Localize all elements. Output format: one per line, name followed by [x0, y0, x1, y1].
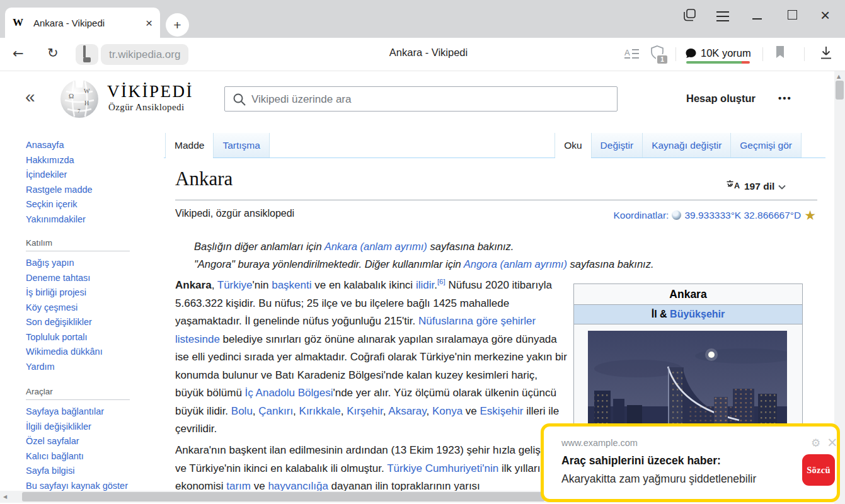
sidebar-link[interactable]: Deneme tahtası	[26, 271, 103, 286]
bold-text: Ankara	[175, 279, 212, 291]
language-selector[interactable]: A 197 dil	[726, 180, 786, 193]
sidebar-link[interactable]: Rastgele madde	[26, 183, 93, 198]
sidebar-link[interactable]: Seçkin içerik	[26, 197, 93, 212]
protect-shield-icon[interactable]: 1	[649, 45, 668, 64]
article-link[interactable]: Aksaray	[388, 405, 426, 417]
text-run: Başlığın diğer anlamları için	[194, 241, 325, 252]
article-link[interactable]: Eskişehir	[480, 405, 524, 417]
sidebar-collapse-icon[interactable]: «	[25, 87, 35, 107]
create-account-link[interactable]: Hesap oluştur	[686, 93, 756, 105]
chevron-down-icon	[778, 181, 786, 192]
article-link[interactable]: başkenti	[272, 279, 311, 291]
tab-title: Ankara - Vikipedi	[33, 18, 146, 28]
browser-toolbar: ← ↻ tr.wikipedia.org Ankara - Vikipedi A	[0, 38, 845, 71]
downloads-icon[interactable]	[819, 45, 833, 63]
language-count: 197 dil	[744, 181, 774, 192]
infobox-amp: &	[660, 309, 667, 319]
reader-mode-icon[interactable]: A	[624, 47, 640, 62]
scroll-up-icon[interactable]: ▲	[837, 74, 841, 79]
globe-icon[interactable]	[672, 210, 681, 220]
sidebar-section-katilim: Katılım	[26, 238, 130, 251]
scroll-left-icon[interactable]: ◀	[3, 494, 7, 500]
infobox-type-row: İl & Büyükşehir	[574, 304, 802, 324]
bookmark-icon[interactable]	[775, 46, 785, 61]
ad-close-icon[interactable]: ×	[827, 435, 838, 450]
address-bar[interactable]: tr.wikipedia.org	[101, 44, 188, 65]
ad-settings-gear-icon[interactable]: ⚙	[811, 437, 820, 449]
browser-tab[interactable]: W Ankara - Vikipedi ×	[5, 8, 160, 38]
article-link[interactable]: ilidir	[416, 279, 434, 291]
wiki-search-box[interactable]	[224, 86, 618, 112]
sidebar-link[interactable]: Sayfaya bağlantılar	[26, 404, 128, 420]
sidebar-link[interactable]: Anasayfa	[26, 138, 93, 153]
sidebar-link[interactable]: Özel sayfalar	[26, 434, 128, 449]
article-link[interactable]: Konya	[432, 405, 463, 417]
article-link[interactable]: Kırıkkale	[299, 405, 341, 417]
sidebar-link[interactable]: Hakkımızda	[26, 153, 93, 168]
wikipedia-favicon: W	[13, 16, 23, 29]
sidebar-link[interactable]: Yakınımdakiler	[26, 212, 93, 227]
article-link[interactable]: Kırşehir	[347, 405, 383, 417]
sidebar-link[interactable]: Topluluk portalı	[26, 330, 103, 345]
article-link[interactable]: İç Anadolu Bölgesi	[245, 387, 333, 399]
more-options-icon[interactable]: •••	[778, 93, 792, 103]
tab-groups-icon[interactable]	[681, 7, 698, 26]
site-security-button[interactable]	[76, 44, 98, 65]
sidebar-link[interactable]: İçindekiler	[26, 168, 93, 183]
window-close-button[interactable]: ×	[820, 6, 830, 25]
ad-text[interactable]: Akaryakitta zam yağmuru şiddetlenebilir	[561, 472, 756, 486]
sidebar-link[interactable]: Bağış yapın	[26, 256, 103, 271]
namespace-tabs: Madde Tartışma	[165, 133, 270, 158]
new-tab-button[interactable]: +	[166, 13, 189, 37]
sidebar-link[interactable]: Wikimedia dükkânı	[26, 345, 103, 360]
article-link[interactable]: Türkiye	[217, 279, 253, 291]
article-link[interactable]: Bolu	[231, 405, 253, 417]
coordinates-label-link[interactable]: Koordinatlar:	[614, 210, 669, 221]
search-icon	[233, 93, 246, 109]
article-link[interactable]: Ankara (anlam ayrımı)	[325, 241, 427, 252]
sidebar-link[interactable]: İş birliği projesi	[26, 285, 103, 301]
sidebar-link[interactable]: Sayfa bilgisi	[26, 464, 128, 479]
wiki-wordmark[interactable]: VİKİPEDİ	[107, 82, 193, 101]
sozcu-logo[interactable]: Sözcü	[802, 454, 835, 486]
site-tagline: Vikipedi, özgür ansiklopedi	[175, 208, 294, 219]
sidebar-section-araclar: Araçlar	[26, 387, 130, 400]
tab-kaynagi-degistir[interactable]: Kaynağı değiştir	[643, 133, 731, 158]
text-run: ,	[426, 405, 432, 417]
sidebar-link[interactable]: Son değişiklikler	[26, 315, 103, 330]
window-minimize-button[interactable]	[752, 18, 762, 20]
article-link[interactable]: Çankırı	[258, 405, 293, 417]
sidebar-nav-group: AnasayfaHakkımızdaİçindekilerRastgele ma…	[26, 138, 93, 227]
tab-madde[interactable]: Madde	[165, 133, 214, 158]
tab-close-icon[interactable]: ×	[146, 17, 152, 29]
window-maximize-button[interactable]	[788, 10, 797, 20]
browser-menu-icon[interactable]	[716, 8, 729, 25]
text-run: ve en kalabalık ikinci	[312, 279, 416, 291]
ad-headline[interactable]: Araç sahiplerini üzecek haber:	[561, 454, 721, 467]
vertical-scrollbar-thumb[interactable]	[836, 81, 844, 100]
wikipedia-logo[interactable]: Ω W H 7	[59, 77, 100, 122]
sidebar-link[interactable]: Köy çeşmesi	[26, 301, 103, 316]
comments-icon[interactable]	[685, 48, 697, 61]
horizontal-scrollbar-thumb[interactable]	[22, 492, 545, 501]
article-link[interactable]: Türkiye Cumhuriyeti'nin	[387, 462, 498, 474]
reload-icon[interactable]: ↻	[47, 45, 59, 60]
tab-degistir[interactable]: Değiştir	[592, 133, 643, 158]
sidebar-link[interactable]: Kalıcı bağlantı	[26, 449, 128, 464]
infobox-type-link[interactable]: Büyükşehir	[670, 309, 725, 319]
featured-star-icon[interactable]: ★	[804, 209, 816, 222]
comments-count[interactable]: 10K yorum	[701, 47, 751, 59]
reference-link[interactable]: [6]	[437, 278, 445, 285]
article-link[interactable]: Angora (anlam ayrımı)	[464, 258, 567, 270]
tab-oku[interactable]: Oku	[555, 133, 591, 158]
coordinates-value-link[interactable]: 39.933333°K 32.866667°D	[684, 210, 801, 221]
back-icon[interactable]: ←	[13, 46, 24, 61]
text-run: sayfasına bakınız.	[567, 258, 654, 270]
sidebar-link[interactable]: İlgili değişiklikler	[26, 420, 128, 435]
tab-gecmisi-gor[interactable]: Geçmişi gör	[731, 133, 802, 158]
browser-window: W Ankara - Vikipedi × + × ← ↻ tr.wikiped…	[0, 0, 845, 504]
tab-tartisma[interactable]: Tartışma	[214, 133, 269, 158]
search-input[interactable]	[250, 87, 612, 112]
sidebar-link[interactable]: Yardım	[26, 360, 103, 375]
ad-popup: www.example.com ⚙ × Araç sahiplerini üze…	[541, 423, 840, 502]
